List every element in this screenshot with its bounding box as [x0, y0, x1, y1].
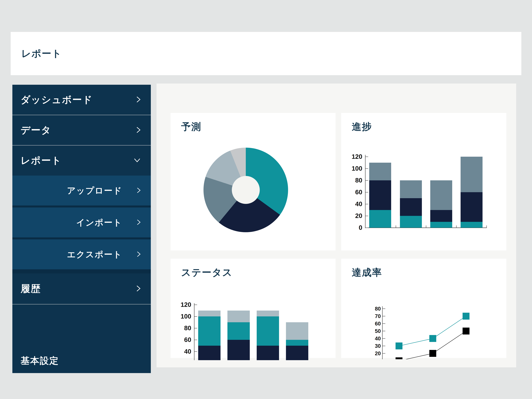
line-chart-canvas: 80706050403020 — [341, 259, 506, 359]
marker-teal — [396, 342, 402, 349]
sidebar-item-settings[interactable]: 基本設定 — [21, 355, 59, 367]
progress-card: 進捗 020406080100120 — [341, 113, 506, 250]
y-tick — [366, 204, 368, 204]
achievement-rate-line-chart: 80706050403020 — [341, 259, 506, 358]
y-tick-label: 80 — [171, 324, 191, 332]
sidebar-item-report[interactable]: レポート — [12, 146, 151, 176]
y-tick — [366, 168, 368, 169]
sidebar-item-label: エクスポート — [67, 249, 122, 260]
y-tick-label: 30 — [375, 343, 381, 349]
bar-segment — [257, 317, 279, 346]
bar-segment — [286, 340, 308, 346]
y-tick — [194, 304, 197, 305]
status-stacked-bar-chart: 120100806040 — [171, 259, 336, 360]
achievement-rate-card: 達成率 80706050403020 — [341, 259, 506, 358]
marker-teal — [429, 335, 436, 342]
chevron-right-icon — [136, 285, 141, 293]
chevron-right-icon — [136, 251, 141, 258]
bar-segment — [286, 322, 308, 340]
chevron-right-icon — [136, 219, 141, 226]
y-tick — [366, 157, 368, 157]
sidebar-item-label: レポート — [21, 154, 62, 167]
sidebar-item-label: データ — [21, 124, 51, 137]
bar-segment — [461, 222, 482, 228]
y-tick — [366, 228, 368, 228]
x-tick — [396, 225, 396, 228]
marker-black — [396, 357, 402, 359]
y-tick-label: 80 — [342, 176, 362, 184]
status-card: ステータス 120100806040 — [171, 259, 336, 358]
bar-segment — [228, 340, 250, 360]
progress-stacked-bar-chart: 020406080100120 — [341, 113, 506, 250]
donut-chart — [171, 113, 336, 250]
x-tick — [456, 225, 456, 228]
y-tick — [194, 351, 197, 352]
sidebar-item-label: アップロード — [67, 185, 122, 196]
sidebar-item-dashboard[interactable]: ダッシュボード — [12, 85, 151, 115]
bar-segment — [369, 210, 391, 228]
y-tick — [366, 192, 368, 192]
y-tick-label: 60 — [171, 336, 191, 344]
y-tick — [366, 216, 368, 216]
sidebar: ダッシュボード データ レポート アップロード — [12, 85, 151, 373]
bar-segment — [400, 198, 422, 216]
bar-segment — [369, 180, 391, 210]
bar-segment — [257, 310, 279, 317]
chevron-right-icon — [136, 96, 141, 104]
bar-segment — [461, 157, 482, 192]
marker-teal — [462, 313, 469, 320]
y-axis-line — [365, 155, 366, 228]
y-tick-label: 70 — [375, 313, 381, 319]
bar-segment — [461, 192, 482, 222]
y-tick-label: 50 — [375, 328, 381, 334]
bar-segment — [198, 317, 221, 346]
sidebar-item-history[interactable]: 履歴 — [12, 273, 151, 304]
bar-segment — [228, 310, 250, 322]
y-tick-label: 80 — [375, 306, 381, 312]
bar-segment — [400, 180, 422, 198]
donut-hole — [232, 176, 260, 204]
bar-segment — [198, 346, 221, 360]
chevron-right-icon — [136, 187, 141, 194]
bar-segment — [228, 322, 250, 340]
main-content: 予測 進捗 020406080100120 ステータス 120100806040… — [157, 83, 516, 367]
sidebar-item-label: インポート — [76, 217, 122, 228]
y-tick-label: 60 — [375, 321, 381, 327]
y-tick-label: 20 — [342, 212, 362, 220]
y-tick-label: 120 — [342, 153, 362, 161]
y-tick-label: 100 — [342, 165, 362, 172]
y-tick-label: 60 — [342, 188, 362, 196]
y-tick-label: 20 — [375, 350, 381, 356]
sidebar-item-upload[interactable]: アップロード — [12, 176, 151, 205]
page: レポート ダッシュボード データ レポート アップロード — [0, 0, 532, 399]
sidebar-item-import[interactable]: インポート — [12, 208, 151, 237]
page-title: レポート — [21, 47, 62, 60]
sidebar-item-export[interactable]: エクスポート — [12, 239, 151, 269]
sidebar-item-label: 履歴 — [21, 282, 41, 295]
bar-segment — [430, 222, 452, 228]
chevron-right-icon — [136, 126, 141, 134]
x-tick — [426, 225, 426, 228]
marker-black — [429, 350, 436, 357]
y-tick-label: 40 — [171, 348, 191, 355]
y-tick — [366, 180, 368, 181]
bar-segment — [198, 310, 221, 317]
sidebar-divider — [12, 304, 151, 304]
y-tick — [194, 328, 197, 328]
page-header: レポート — [11, 32, 521, 75]
marker-black — [462, 328, 469, 335]
bar-segment — [430, 210, 452, 222]
y-tick-label: 120 — [171, 301, 191, 309]
bar-segment — [369, 163, 391, 180]
y-tick-label: 0 — [342, 224, 362, 232]
sidebar-report-subgroup: アップロード インポート エクスポート — [12, 176, 151, 273]
sidebar-item-label: ダッシュボード — [21, 93, 93, 106]
x-tick — [486, 225, 487, 228]
y-tick-label: 40 — [375, 336, 381, 342]
bar-segment — [430, 180, 452, 210]
y-tick-label: 40 — [342, 200, 362, 208]
chevron-down-icon — [133, 158, 141, 163]
bar-segment — [400, 216, 422, 228]
y-tick — [194, 316, 197, 317]
sidebar-item-data[interactable]: データ — [12, 115, 151, 145]
